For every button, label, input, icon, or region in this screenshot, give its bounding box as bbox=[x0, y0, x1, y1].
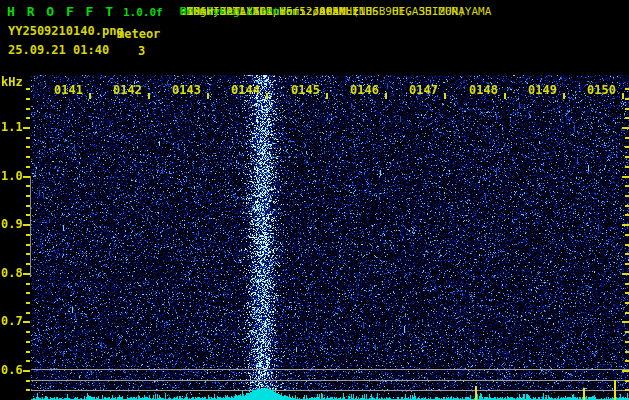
freq-minor-tick bbox=[26, 108, 30, 110]
freq-minor-tick-right bbox=[625, 341, 629, 343]
freq-minor-tick-right bbox=[622, 370, 629, 372]
time-tick-label: 0142 bbox=[113, 83, 142, 97]
time-tick-label: 0145 bbox=[291, 83, 320, 97]
spectrogram-canvas bbox=[31, 75, 629, 400]
freq-minor-tick bbox=[26, 234, 30, 236]
freq-minor-tick bbox=[26, 312, 30, 314]
freq-minor-tick bbox=[26, 351, 30, 353]
time-tick-label: 0149 bbox=[528, 83, 557, 97]
freq-minor-tick bbox=[23, 273, 30, 275]
time-tick-label: 0147 bbox=[409, 83, 438, 97]
freq-minor-tick bbox=[26, 98, 30, 100]
time-tick bbox=[207, 93, 209, 99]
freq-minor-tick-right bbox=[625, 214, 629, 216]
echo-marker bbox=[614, 380, 616, 400]
freq-minor-tick bbox=[26, 156, 30, 158]
freq-minor-tick-right bbox=[625, 205, 629, 207]
freq-minor-tick bbox=[26, 185, 30, 187]
freq-minor-tick bbox=[26, 263, 30, 265]
freq-minor-tick bbox=[26, 166, 30, 168]
time-tick-label: 0141 bbox=[54, 83, 83, 97]
freq-minor-tick-right bbox=[622, 273, 629, 275]
meteor-count: 3 bbox=[138, 44, 145, 58]
freq-minor-tick-right bbox=[625, 312, 629, 314]
freq-minor-tick bbox=[26, 389, 30, 391]
echo-marker bbox=[583, 388, 585, 400]
freq-tick-label: 1.1 bbox=[1, 120, 22, 134]
hrofft-window: H R O F F T 1.0.0f YY2509210140.png mete… bbox=[0, 0, 629, 400]
freq-minor-tick bbox=[26, 137, 30, 139]
freq-minor-tick bbox=[26, 205, 30, 207]
output-filename: YY2509210140.png bbox=[8, 24, 124, 38]
freq-minor-tick bbox=[26, 88, 30, 90]
station-info-value: :10mH 3el.YAGI Horizontal:ENE bbox=[180, 5, 372, 18]
freq-minor-tick-right bbox=[625, 389, 629, 391]
time-tick-label: 0148 bbox=[469, 83, 498, 97]
freq-minor-tick-right bbox=[622, 224, 629, 226]
freq-minor-tick bbox=[26, 214, 30, 216]
app-title: H R O F F T bbox=[7, 4, 115, 19]
freq-minor-tick bbox=[26, 244, 30, 246]
time-tick-label: 0143 bbox=[172, 83, 201, 97]
freq-minor-tick bbox=[23, 370, 30, 372]
time-tick bbox=[326, 93, 328, 99]
time-tick bbox=[622, 93, 624, 99]
freq-minor-tick-right bbox=[625, 283, 629, 285]
freq-minor-tick bbox=[26, 380, 30, 382]
time-tick bbox=[266, 93, 268, 99]
freq-minor-tick-right bbox=[622, 321, 629, 323]
freq-minor-tick-right bbox=[625, 234, 629, 236]
time-tick bbox=[385, 93, 387, 99]
time-tick-label: 0144 bbox=[231, 83, 260, 97]
freq-minor-tick bbox=[26, 360, 30, 362]
freq-minor-tick bbox=[26, 331, 30, 333]
freq-minor-tick-right bbox=[625, 137, 629, 139]
freq-minor-tick-right bbox=[625, 88, 629, 90]
freq-minor-tick-right bbox=[625, 108, 629, 110]
time-tick-label: 0146 bbox=[350, 83, 379, 97]
freq-axis-unit-label: kHz bbox=[1, 75, 23, 89]
freq-minor-tick-right bbox=[622, 127, 629, 129]
time-tick bbox=[444, 93, 446, 99]
freq-minor-tick bbox=[26, 195, 30, 197]
time-tick bbox=[504, 93, 506, 99]
time-tick bbox=[148, 93, 150, 99]
freq-minor-tick-right bbox=[625, 292, 629, 294]
freq-tick-label: 0.8 bbox=[1, 266, 22, 280]
freq-minor-tick bbox=[26, 117, 30, 119]
freq-minor-tick-right bbox=[625, 302, 629, 304]
freq-minor-tick-right bbox=[625, 351, 629, 353]
freq-minor-tick bbox=[23, 176, 30, 178]
freq-minor-tick-right bbox=[625, 166, 629, 168]
freq-minor-tick bbox=[26, 341, 30, 343]
freq-tick-label: 0.9 bbox=[1, 217, 22, 231]
freq-minor-tick bbox=[23, 321, 30, 323]
time-tick-label: 0150 bbox=[587, 83, 616, 97]
freq-minor-tick-right bbox=[625, 156, 629, 158]
freq-minor-tick bbox=[26, 302, 30, 304]
freq-minor-tick bbox=[26, 253, 30, 255]
freq-tick-label: 1.0 bbox=[1, 169, 22, 183]
freq-minor-tick-right bbox=[625, 185, 629, 187]
freq-minor-tick-right bbox=[625, 146, 629, 148]
freq-minor-tick-right bbox=[622, 176, 629, 178]
app-version: 1.0.0f bbox=[123, 6, 163, 19]
freq-minor-tick-right bbox=[625, 331, 629, 333]
time-tick bbox=[89, 93, 91, 99]
freq-minor-tick-right bbox=[625, 360, 629, 362]
freq-minor-tick bbox=[23, 224, 30, 226]
echo-marker bbox=[475, 386, 477, 400]
freq-minor-tick bbox=[26, 283, 30, 285]
freq-tick-label: 0.6 bbox=[1, 363, 22, 377]
freq-minor-tick-right bbox=[625, 244, 629, 246]
freq-minor-tick-right bbox=[625, 195, 629, 197]
freq-minor-tick-right bbox=[625, 380, 629, 382]
detection-range-bar bbox=[30, 176, 31, 277]
mode-label: meteor bbox=[117, 27, 160, 41]
freq-tick-label: 0.7 bbox=[1, 314, 22, 328]
observation-datetime: 25.09.21 01:40 bbox=[8, 43, 109, 57]
time-tick bbox=[563, 93, 565, 99]
freq-minor-tick-right bbox=[625, 98, 629, 100]
freq-minor-tick bbox=[23, 127, 30, 129]
freq-minor-tick bbox=[26, 146, 30, 148]
